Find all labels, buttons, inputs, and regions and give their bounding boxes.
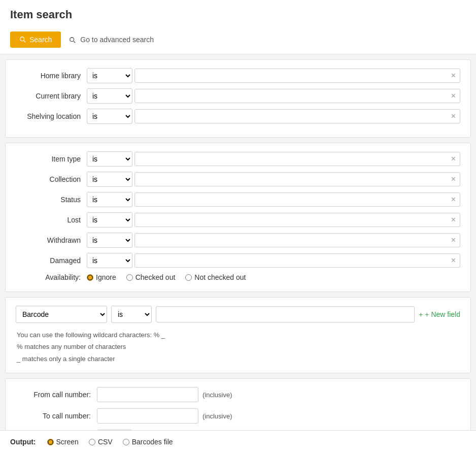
current-library-input[interactable]	[138, 89, 450, 103]
current-library-input-wrap: ×	[134, 89, 460, 103]
item-type-label: Item type	[16, 155, 87, 163]
current-library-label: Current library	[16, 92, 87, 100]
availability-ignore-option[interactable]: Ignore	[87, 273, 116, 281]
status-clear[interactable]: ×	[450, 195, 457, 204]
current-library-select[interactable]: is is not	[87, 88, 132, 104]
status-select[interactable]: isis not	[87, 192, 132, 207]
to-callnum-input[interactable]	[97, 408, 198, 424]
lost-clear[interactable]: ×	[450, 215, 457, 224]
from-callnum-row: From call number: (inclusive)	[16, 387, 460, 402]
svg-point-2	[70, 38, 74, 42]
shelving-location-row: Shelving location is is not ×	[16, 109, 460, 124]
to-callnum-inclusive: (inclusive)	[202, 412, 232, 420]
home-library-input[interactable]	[138, 69, 450, 82]
output-csv-radio[interactable]	[89, 439, 95, 445]
search-small-icon	[69, 37, 76, 44]
status-input[interactable]	[138, 193, 450, 206]
shelving-location-clear[interactable]: ×	[450, 112, 457, 121]
toolbar: Search Go to advanced search	[0, 27, 476, 54]
shelving-location-input-wrap: ×	[134, 109, 460, 123]
availability-row: Availability: Ignore Checked out Not che…	[16, 273, 460, 281]
collection-label: Collection	[16, 175, 87, 183]
item-type-clear[interactable]: ×	[450, 154, 457, 164]
collection-clear[interactable]: ×	[450, 175, 457, 184]
advanced-search-link[interactable]: Go to advanced search	[69, 36, 154, 44]
withdrawn-input[interactable]	[138, 234, 450, 247]
damaged-select[interactable]: isis not	[87, 253, 132, 268]
lost-input[interactable]	[138, 213, 450, 226]
availability-checkedout-radio[interactable]	[126, 274, 133, 281]
barcode-field-select[interactable]: Barcode Title Author ISBN ISSN	[16, 306, 107, 323]
damaged-clear[interactable]: ×	[450, 256, 457, 265]
status-row: Status isis not ×	[16, 192, 460, 207]
location-section: Home library is is not × Current library…	[5, 59, 471, 138]
lost-select[interactable]: isis not	[87, 212, 132, 228]
svg-line-3	[74, 41, 76, 43]
home-library-label: Home library	[16, 72, 87, 80]
availability-checkedout-option[interactable]: Checked out	[126, 273, 176, 281]
from-callnum-label: From call number:	[16, 391, 97, 399]
shelving-location-select[interactable]: is is not	[87, 109, 132, 124]
home-library-row: Home library is is not ×	[16, 68, 460, 83]
damaged-row: Damaged isis not ×	[16, 253, 460, 268]
output-csv-option[interactable]: CSV	[89, 438, 113, 446]
collection-input-wrap: ×	[134, 172, 460, 186]
availability-ignore-radio[interactable]	[87, 274, 93, 281]
svg-point-0	[20, 37, 24, 41]
from-callnum-input[interactable]	[97, 387, 198, 402]
barcode-row: Barcode Title Author ISBN ISSN is is not…	[16, 306, 460, 323]
barcode-value-input[interactable]	[156, 306, 415, 322]
damaged-input[interactable]	[138, 254, 450, 267]
wildcard-pct: % matches any number of characters	[17, 341, 460, 352]
availability-notcheckedout-radio[interactable]	[185, 274, 192, 281]
current-library-clear[interactable]: ×	[450, 91, 457, 101]
shelving-location-input[interactable]	[138, 110, 450, 123]
new-field-button[interactable]: + + New field	[419, 310, 460, 318]
item-type-input[interactable]	[138, 152, 450, 166]
wildcard-info: You can use the following wildcard chara…	[17, 329, 460, 365]
search-button[interactable]: Search	[10, 31, 61, 48]
withdrawn-select[interactable]: isis not	[87, 233, 132, 248]
withdrawn-row: Withdrawn isis not ×	[16, 233, 460, 248]
availability-notcheckedout-option[interactable]: Not checked out	[185, 273, 246, 281]
collection-input[interactable]	[138, 173, 450, 186]
output-label: Output:	[10, 438, 36, 446]
damaged-input-wrap: ×	[134, 253, 460, 268]
to-callnum-label: To call number:	[16, 412, 97, 420]
withdrawn-label: Withdrawn	[16, 236, 87, 244]
output-section: Output: Screen CSV Barcodes file	[0, 430, 476, 453]
output-screen-option[interactable]: Screen	[47, 438, 79, 446]
lost-label: Lost	[16, 216, 87, 224]
item-details-section: Item type isis not × Collection isis not…	[5, 143, 471, 292]
lost-input-wrap: ×	[134, 213, 460, 227]
collection-select[interactable]: isis not	[87, 172, 132, 187]
output-screen-radio[interactable]	[47, 439, 54, 445]
item-type-input-wrap: ×	[134, 152, 460, 166]
to-callnum-row: To call number: (inclusive)	[16, 408, 460, 424]
withdrawn-clear[interactable]: ×	[450, 236, 457, 245]
from-callnum-inclusive: (inclusive)	[202, 391, 232, 399]
search-icon	[19, 36, 26, 43]
home-library-input-wrap: ×	[134, 69, 460, 83]
home-library-clear[interactable]: ×	[450, 71, 457, 80]
damaged-label: Damaged	[16, 256, 87, 265]
status-input-wrap: ×	[134, 192, 460, 207]
item-type-select[interactable]: isis not	[87, 151, 132, 167]
item-type-row: Item type isis not ×	[16, 151, 460, 167]
output-barcodes-option[interactable]: Barcodes file	[123, 438, 173, 446]
lost-row: Lost isis not ×	[16, 212, 460, 228]
plus-icon: +	[419, 310, 423, 318]
shelving-location-label: Shelving location	[16, 112, 87, 120]
status-label: Status	[16, 196, 87, 204]
collection-row: Collection isis not ×	[16, 172, 460, 187]
current-library-row: Current library is is not ×	[16, 88, 460, 104]
wildcard-underscore: _ matches only a single character	[17, 353, 460, 365]
home-library-select[interactable]: is is not	[87, 68, 132, 83]
svg-line-1	[24, 41, 25, 42]
barcode-operator-select[interactable]: is is not contains	[111, 306, 152, 323]
availability-label: Availability:	[16, 273, 87, 281]
availability-radio-group: Ignore Checked out Not checked out	[87, 273, 246, 281]
page-title: Item search	[0, 0, 476, 27]
wildcard-title: You can use the following wildcard chara…	[17, 329, 460, 341]
output-barcodes-radio[interactable]	[123, 439, 129, 445]
